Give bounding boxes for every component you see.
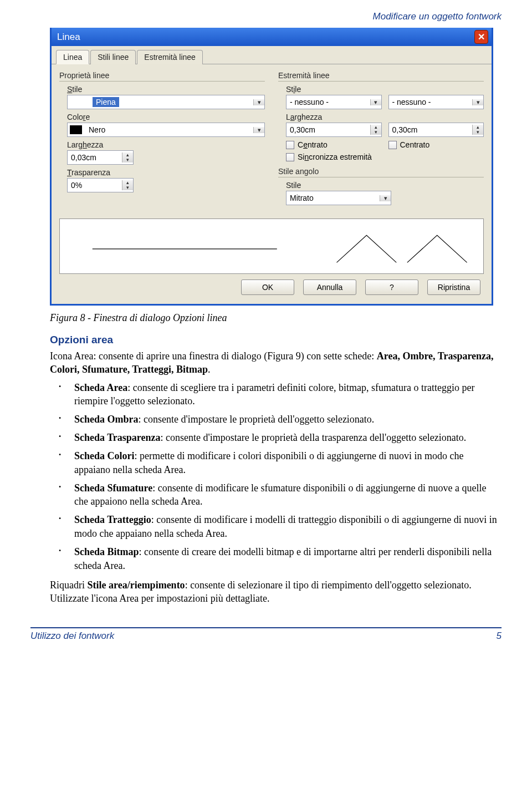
help-button[interactable]: ? <box>365 279 418 295</box>
label-stile: Stile <box>286 85 484 94</box>
list-item: Scheda Ombra: consente d'impostare le pr… <box>74 413 502 426</box>
combo-value: Piena <box>93 97 119 107</box>
footer-left: Utilizzo dei fontwork <box>30 631 114 642</box>
checkbox-icon <box>286 153 294 161</box>
spinner-value: 0,03cm <box>68 153 122 162</box>
spinner-value: 0% <box>68 181 122 190</box>
preview-pane <box>59 218 484 274</box>
preview-svg <box>60 219 483 273</box>
chevron-down-icon[interactable]: ▾ <box>253 127 264 133</box>
group-stile-angolo: Stile angolo Stile Mitrato ▾ <box>278 167 484 205</box>
chevron-down-icon[interactable]: ▾ <box>380 195 391 201</box>
group-legend: Stile angolo <box>278 167 484 177</box>
combo-value: Nero <box>85 125 253 134</box>
label-trasparenza: Trasparenza <box>67 168 265 177</box>
checkbox-sincronizza[interactable]: Sincronizza estremità <box>286 152 484 161</box>
intro-paragraph: Icona Area: consente di aprire una fines… <box>50 349 502 377</box>
group-legend: Estremità linee <box>278 71 484 82</box>
titlebar: Linea ✕ <box>52 28 492 46</box>
combo-colore[interactable]: Nero ▾ <box>67 123 265 137</box>
checkbox-label: Sincronizza estremità <box>298 152 372 161</box>
combo-value: Mitrato <box>287 194 380 202</box>
checkbox-label: Centrato <box>400 140 430 149</box>
combo-arrow-end[interactable]: - nessuno - ▾ <box>388 95 484 109</box>
label-larghezza: Larghezza <box>286 113 484 121</box>
spinner-arrow-start-width[interactable]: 0,30cm ▴▾ <box>286 123 382 137</box>
closing-paragraph: Riquadri Stile area/riempimento: consent… <box>50 578 502 606</box>
chevron-down-icon[interactable]: ▾ <box>253 99 264 105</box>
tab-estremita-linee[interactable]: Estremità linee <box>137 50 203 64</box>
tab-row: Linea Stili linee Estremità linee <box>52 46 492 64</box>
color-swatch <box>70 125 82 134</box>
checkbox-icon <box>286 141 294 149</box>
combo-arrow-start[interactable]: - nessuno - ▾ <box>286 95 382 109</box>
checkbox-centrato-start[interactable]: Centrato <box>286 140 382 149</box>
spin-buttons-icon[interactable]: ▴▾ <box>122 152 133 162</box>
dialog-body: Proprietà linee SStiletile Piena ▾ Color… <box>52 64 492 304</box>
checkbox-label: Centrato <box>298 140 328 149</box>
spin-buttons-icon[interactable]: ▴▾ <box>370 125 381 135</box>
dialog-title: Linea <box>57 32 80 43</box>
spinner-value: 0,30cm <box>389 125 473 134</box>
page-footer: Utilizzo dei fontwork 5 <box>30 627 502 642</box>
tab-stili-linee[interactable]: Stili linee <box>90 50 136 64</box>
chevron-down-icon[interactable]: ▾ <box>370 99 381 105</box>
group-proprieta-linee: Proprietà linee SStiletile Piena ▾ Color… <box>59 71 265 192</box>
label-colore: Colore <box>67 113 265 121</box>
spinner-larghezza[interactable]: 0,03cm ▴▾ <box>67 150 134 165</box>
list-item: Scheda Trasparenza: consente d'impostare… <box>74 431 502 445</box>
header-running-title: Modificare un oggetto fontwork <box>30 11 502 22</box>
figure-caption: Figura 8 - Finestra di dialogo Opzioni l… <box>50 312 502 324</box>
checkbox-centrato-end[interactable]: Centrato <box>388 140 484 149</box>
close-icon[interactable]: ✕ <box>474 30 488 44</box>
list-item: Scheda Bitmap: consente di creare dei mo… <box>74 545 502 573</box>
combo-value: - nessuno - <box>389 98 473 106</box>
list-item: Scheda Colori: permette di modificare i … <box>74 449 502 477</box>
spinner-value: 0,30cm <box>287 125 370 134</box>
cancel-button[interactable]: Annulla <box>303 279 356 295</box>
list-item: Scheda Sfumature: consente di modificare… <box>74 481 502 509</box>
group-legend: Proprietà linee <box>59 71 265 82</box>
spinner-arrow-end-width[interactable]: 0,30cm ▴▾ <box>388 123 484 137</box>
label-larghezza: Larghezza <box>67 140 265 149</box>
combo-stile-linea[interactable]: Piena ▾ <box>67 95 265 109</box>
spinner-trasparenza[interactable]: 0% ▴▾ <box>67 178 134 192</box>
list-item: Scheda Tratteggio: consente di modificar… <box>74 513 502 541</box>
ok-button[interactable]: OK <box>241 279 294 295</box>
dialog-window: Linea ✕ Linea Stili linee Estremità line… <box>50 28 493 306</box>
combo-value: - nessuno - <box>287 98 370 106</box>
bullet-list: Scheda Area: consente di scegliere tra i… <box>50 381 502 573</box>
spin-buttons-icon[interactable]: ▴▾ <box>472 125 483 135</box>
list-item: Scheda Area: consente di scegliere tra i… <box>74 381 502 409</box>
chevron-down-icon[interactable]: ▾ <box>472 99 483 105</box>
reset-button[interactable]: Ripristina <box>427 279 480 295</box>
tab-linea[interactable]: Linea <box>56 50 89 64</box>
label-stile: Stile <box>286 181 484 190</box>
footer-page-number: 5 <box>497 631 502 642</box>
spin-buttons-icon[interactable]: ▴▾ <box>122 180 133 190</box>
label-stile: SStiletile <box>67 85 265 94</box>
section-heading: Opzioni area <box>50 334 502 346</box>
group-estremita-linee: Estremità linee Stile - nessuno - ▾ - ne… <box>278 71 484 161</box>
combo-corner-style[interactable]: Mitrato ▾ <box>286 191 391 205</box>
dialog-button-row: OK Annulla ? Ripristina <box>59 274 484 298</box>
checkbox-icon <box>388 141 397 149</box>
